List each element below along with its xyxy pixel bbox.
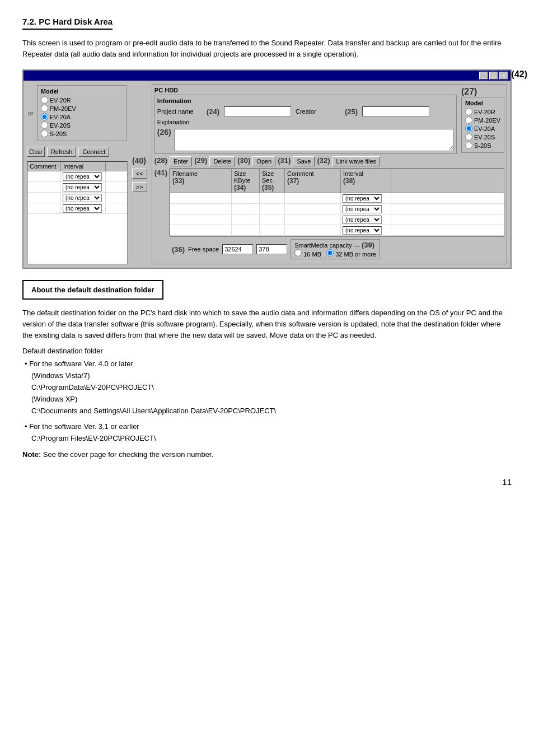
right-model-title: Model — [465, 100, 500, 106]
left-radio-ev20r[interactable]: EV-20R — [41, 96, 123, 104]
number-27: (27) — [461, 87, 477, 96]
about-box: About the default destination folder — [22, 280, 163, 300]
left-interval-select-2[interactable]: (no repea — [63, 183, 102, 192]
right-radio-s20s[interactable]: S-20S — [465, 142, 500, 149]
body-text: The default destination folder on the PC… — [22, 307, 512, 341]
smartmedia-32mb[interactable]: 32 MB or more — [326, 251, 376, 258]
left-buttons: Clear Refresh Connect — [27, 147, 128, 157]
right-table-container: Filename (33) SizeKByte (34) SizeSec — [170, 169, 504, 262]
table-row: (no repea — [27, 203, 127, 214]
number-26: (26) — [157, 128, 171, 137]
left-panel: or Model EV-20R PM-20EV EV-20A — [27, 84, 128, 264]
number-24: (24) — [207, 108, 219, 116]
nav-right-button[interactable]: >> — [132, 182, 147, 192]
pchdd-section: PC HDD Information Project name (24) Cre… — [152, 84, 507, 264]
th-size-sec: SizeSec (35) — [260, 169, 285, 193]
about-box-title: About the default destination folder — [31, 286, 154, 294]
project-name-label: Project name — [157, 108, 202, 115]
clear-button[interactable]: Clear — [27, 147, 45, 157]
number-31: (31) — [278, 156, 291, 166]
open-button[interactable]: Open — [252, 156, 275, 166]
project-name-row: Project name (24) Creator (25) — [157, 106, 454, 116]
th-filename: Filename (33) — [170, 169, 232, 193]
right-radio-ev20a[interactable]: EV-20A — [465, 125, 500, 132]
explanation-textarea[interactable] — [175, 129, 454, 151]
save-button[interactable]: Save — [293, 156, 315, 166]
left-table: Comment Interval (no repea (no repea (no… — [27, 161, 128, 264]
note-bold: Note: — [22, 450, 41, 459]
section-title: 7.2. PC Hard Disk Area — [22, 17, 113, 30]
window-number-label: (42) — [512, 69, 527, 80]
restore-button[interactable]: □ — [489, 72, 498, 80]
connect-button[interactable]: Connect — [78, 147, 109, 157]
explanation-row: Explanation — [157, 119, 454, 125]
right-radio-ev20r[interactable]: EV-20R — [465, 108, 500, 115]
pchdd-title: PC HDD — [154, 87, 457, 94]
number-36: (36) — [172, 245, 185, 254]
default-folder-heading: Default destination folder — [22, 347, 512, 355]
number-28: (28) — [154, 156, 167, 166]
bullet-1-sub2: (Windows XP) — [31, 395, 77, 403]
left-radio-s20s[interactable]: S-20S — [41, 130, 123, 137]
smartmedia-16mb[interactable]: 16 MB — [294, 251, 321, 258]
bullet-1-path1: C:\ProgramData\EV-20PC\PROJECT\ — [31, 383, 154, 391]
left-interval-select-3[interactable]: (no repea — [63, 194, 102, 202]
window-content: or Model EV-20R PM-20EV EV-20A — [24, 81, 510, 268]
action-buttons: (28) Enter (29) Delete (30) Open (31) Sa… — [154, 156, 504, 166]
project-name-input[interactable] — [224, 106, 291, 116]
right-radio-pm20ev[interactable]: PM-20EV — [465, 116, 500, 124]
bullet-1-heading: • For the software Ver. 4.0 or later — [25, 360, 133, 368]
left-radio-pm20ev[interactable]: PM-20EV — [41, 105, 123, 112]
left-radio-ev20s[interactable]: EV-20S — [41, 122, 123, 129]
right-interval-select-4[interactable]: (no repea — [343, 226, 382, 235]
table-row: (no repea — [27, 171, 127, 182]
right-interval-select-1[interactable]: (no repea — [343, 194, 382, 203]
left-interval-select-4[interactable]: (no repea — [63, 204, 102, 213]
table-row: (no repea — [27, 182, 127, 193]
creator-label: Creator — [296, 108, 340, 115]
nav-left-button[interactable]: << — [132, 169, 147, 179]
left-interval-select-1[interactable]: (no repea — [63, 172, 102, 181]
application-window: _ □ × or Model EV-20R PM-20EV — [22, 69, 512, 269]
left-table-header: Comment Interval — [27, 162, 127, 171]
table-row: (no repea — [27, 193, 127, 203]
link-wave-button[interactable]: Link wave files — [332, 156, 381, 166]
explanation-label: Explanation — [157, 119, 202, 125]
table-row: (no repea — [170, 214, 504, 225]
left-th-interval: Interval — [61, 162, 106, 171]
explanation-area: (26) — [157, 128, 454, 151]
bullet-1: • For the software Ver. 4.0 or later (Wi… — [25, 358, 512, 417]
number-25: (25) — [345, 108, 358, 116]
smartmedia-title: SmartMedia capacity — — [294, 242, 360, 249]
free-space-input-1[interactable] — [222, 244, 253, 254]
free-space-input-2[interactable] — [256, 244, 287, 254]
bullet-2: • For the software Ver. 3.1 or earlier C… — [25, 421, 512, 445]
left-model-title: Model — [41, 88, 123, 95]
right-table: Filename (33) SizeKByte (34) SizeSec — [170, 169, 504, 236]
number-30: (30) — [237, 156, 250, 166]
right-interval-select-2[interactable]: (no repea — [343, 205, 382, 213]
right-interval-select-3[interactable]: (no repea — [343, 216, 382, 224]
th-size-kb: SizeKByte (34) — [232, 169, 260, 193]
bullet-2-heading: • For the software Ver. 3.1 or earlier — [25, 422, 139, 431]
bullet-1-path2: C:\Documents and Settings\All Users\Appl… — [31, 407, 276, 415]
left-th-comment: Comment — [27, 162, 61, 171]
left-radio-ev20a[interactable]: EV-20A — [41, 113, 123, 120]
bullet-2-path: C:\Program Files\EV-20PC\PROJECT\ — [31, 434, 156, 442]
table-row: (no repea — [170, 193, 504, 204]
free-space-label: Free space — [188, 246, 219, 253]
or-label: or — [28, 110, 34, 116]
left-model-group: Model EV-20R PM-20EV EV-20A EV-20S — [37, 85, 127, 141]
intro-paragraph: This screen is used to program or pre-ed… — [22, 38, 512, 59]
delete-button[interactable]: Delete — [209, 156, 235, 166]
number-29: (29) — [194, 156, 207, 166]
titlebar: _ □ × — [24, 71, 510, 81]
smartmedia-group: SmartMedia capacity — (39) 16 MB 32 MB o… — [291, 239, 380, 259]
minimize-button[interactable]: _ — [479, 72, 488, 80]
creator-input[interactable] — [362, 106, 429, 116]
enter-button[interactable]: Enter — [170, 156, 192, 166]
right-radio-ev20s[interactable]: EV-20S — [465, 133, 500, 141]
close-button[interactable]: × — [499, 72, 508, 80]
nav-buttons: (40) << >> — [130, 84, 149, 264]
refresh-button[interactable]: Refresh — [47, 147, 77, 157]
